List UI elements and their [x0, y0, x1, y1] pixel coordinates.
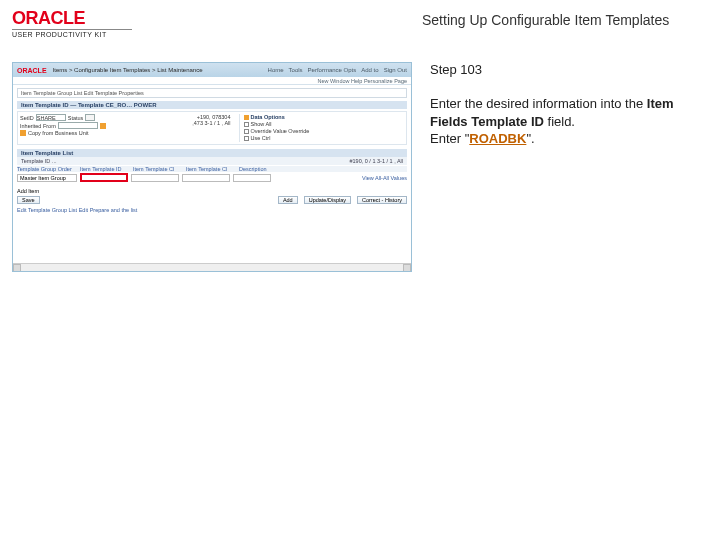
col-header[interactable]: Template Group Order [17, 166, 77, 172]
addl-header: Add Item [17, 188, 407, 194]
app-top-bar: ORACLE Items > Configurable Item Templat… [13, 63, 411, 77]
page-title: Setting Up Configurable Item Templates [422, 8, 708, 28]
update-display-button[interactable]: Update/Display [304, 196, 351, 204]
col-header[interactable]: Item Template ID [80, 166, 130, 172]
embedded-app-screenshot: ORACLE Items > Configurable Item Templat… [12, 62, 412, 272]
opt2: Override Value Override [251, 128, 310, 134]
top-link[interactable]: Sign Out [384, 67, 407, 73]
inherited-field[interactable] [58, 122, 98, 129]
setid-field[interactable]: SHARE [36, 114, 66, 121]
status-label: Status [68, 115, 84, 121]
logo-block: ORACLE USER PRODUCTIVITY KIT [12, 8, 422, 38]
scroll-right-icon[interactable] [403, 264, 411, 272]
step-number: Step 103 [430, 62, 708, 77]
instruction-text: Enter the desired information into the I… [430, 95, 708, 148]
item-fields-template-id-input[interactable] [80, 173, 128, 182]
col-header[interactable]: Item Template Cl [186, 166, 236, 172]
list-meta-left: Template ID ... [21, 158, 56, 164]
instr-suffix: field. [544, 114, 575, 129]
search-icon[interactable] [20, 130, 26, 136]
instr-enter-prefix: Enter " [430, 131, 469, 146]
app-crumbs: Items > Configurable Item Templates > Li… [53, 67, 262, 73]
opt3: Use Ctrl [251, 135, 271, 141]
instr-prefix: Enter the desired information into the [430, 96, 647, 111]
col-header[interactable]: Description [239, 166, 279, 172]
app-breadcrumb: Item Template Group List Edit Template P… [17, 88, 407, 98]
gear-icon [244, 115, 249, 120]
instr-enter-suffix: ". [526, 131, 534, 146]
lookup-icon[interactable] [100, 123, 106, 129]
entry-value: ROADBK [469, 131, 526, 146]
opt1: Show All [251, 121, 272, 127]
footer-links[interactable]: Edit Template Group List Edit Prepare an… [17, 207, 407, 213]
view-all-values-link[interactable]: View All-All Values [274, 175, 407, 181]
checkbox[interactable] [244, 122, 249, 127]
app-secondary-links[interactable]: New Window Help Personalize Page [13, 77, 411, 85]
status-dropdown[interactable] [85, 114, 95, 121]
scroll-left-icon[interactable] [13, 264, 21, 272]
horizontal-scrollbar[interactable] [13, 263, 411, 271]
checkbox[interactable] [244, 129, 249, 134]
app-oracle-logo: ORACLE [17, 67, 47, 74]
list-meta-right: #190, 0 / 1 3-1 / 1 , All [349, 158, 403, 164]
upk-subtitle: USER PRODUCTIVITY KIT [12, 29, 132, 38]
save-button[interactable]: Save [17, 196, 40, 204]
list-section-header: Item Template List [17, 149, 407, 157]
data-options-header: Data Options [251, 114, 285, 120]
table-cell[interactable] [131, 174, 179, 182]
top-link[interactable]: Home [268, 67, 284, 73]
copy-from-label: Copy from Business Unit [28, 130, 89, 136]
nums-text: +190, 078304 ,473 3-1 / 1 , All [189, 114, 231, 126]
table-cell[interactable] [182, 174, 230, 182]
add-button[interactable]: Add [278, 196, 298, 204]
top-link[interactable]: Tools [289, 67, 303, 73]
col-header[interactable]: Item Template Cl [133, 166, 183, 172]
app-section-header: Item Template ID — Template CE_RO… POWER [17, 101, 407, 109]
checkbox[interactable] [244, 136, 249, 141]
inherited-label: Inherited From [20, 123, 56, 129]
correct-history-button[interactable]: Correct - History [357, 196, 407, 204]
top-link[interactable]: Performance Opts [308, 67, 357, 73]
setid-label: SetID [20, 115, 34, 121]
top-link[interactable]: Add to [361, 67, 378, 73]
table-cell[interactable] [233, 174, 271, 182]
group-cell: Master Item Group [17, 174, 77, 182]
oracle-logo: ORACLE [12, 8, 422, 29]
